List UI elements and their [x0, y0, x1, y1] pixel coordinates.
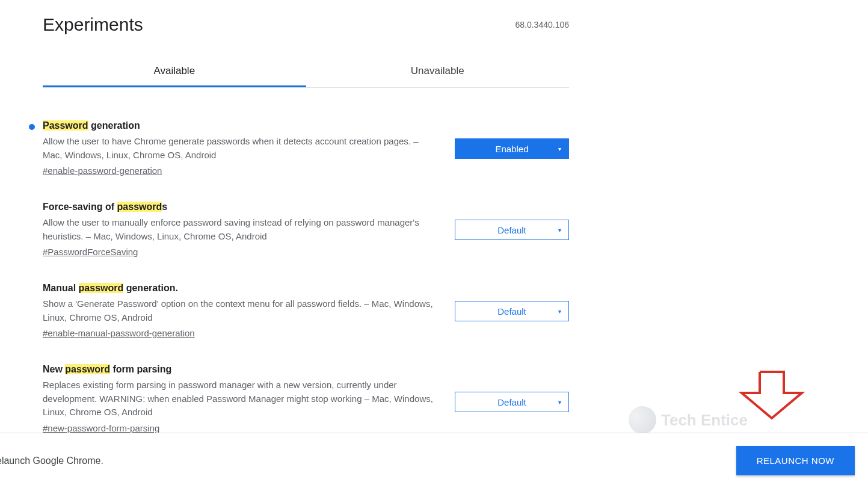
modified-indicator-icon: [29, 124, 35, 130]
flag-state-select[interactable]: Default ▾: [455, 392, 569, 412]
search-highlight: Password: [43, 120, 88, 131]
flag-title-post: generation: [88, 120, 140, 131]
page-title: Experiments: [43, 14, 143, 35]
flag-info: Password generation Allow the user to ha…: [31, 120, 455, 176]
tab-available[interactable]: Available: [43, 58, 306, 87]
relaunch-now-button[interactable]: RELAUNCH NOW: [736, 446, 855, 475]
flag-select-wrap: Default ▾: [455, 202, 569, 240]
flag-force-saving-passwords: Force-saving of passwords Allow the user…: [31, 191, 569, 272]
flag-description: Replaces existing form parsing in passwo…: [43, 378, 440, 419]
tab-bar: Available Unavailable: [43, 58, 569, 88]
flag-description: Allow the user to manually enforce passw…: [43, 216, 440, 243]
chevron-down-icon: ▾: [558, 308, 561, 315]
chevron-down-icon: ▾: [558, 227, 561, 233]
chrome-version: 68.0.3440.106: [515, 20, 569, 29]
flag-title: Force-saving of passwords: [43, 202, 440, 212]
flag-title-pre: New: [43, 364, 65, 374]
flag-description: Allow the user to have Chrome generate p…: [43, 135, 440, 162]
search-highlight: password: [117, 202, 162, 212]
chevron-down-icon: ▾: [558, 399, 561, 406]
header-row: Experiments 68.0.3440.106: [43, 0, 569, 41]
flag-info: New password form parsing Replaces exist…: [31, 364, 455, 434]
watermark-logo-text: Tech Entice: [661, 411, 748, 430]
globe-icon: [626, 403, 659, 437]
flag-title: Manual password generation.: [43, 283, 440, 294]
flag-state-value: Default: [497, 306, 526, 317]
flag-manual-password-generation: Manual password generation. Show a 'Gene…: [31, 272, 569, 353]
relaunch-bar: elaunch Google Chrome. RELAUNCH NOW: [0, 433, 868, 488]
flag-title-post: generation.: [123, 283, 178, 293]
flag-title-pre: Force-saving of: [43, 202, 117, 212]
flag-state-value: Enabled: [495, 144, 528, 154]
flag-state-select[interactable]: Default ▾: [455, 220, 569, 240]
flag-state-select[interactable]: Enabled ▾: [455, 138, 569, 159]
flag-select-wrap: Default ▾: [455, 364, 569, 412]
search-highlight: password: [65, 364, 110, 374]
flag-title-post: s: [162, 202, 167, 212]
flag-password-generation: Password generation Allow the user to ha…: [31, 110, 569, 191]
flag-anchor-link[interactable]: #new-password-form-parsing: [43, 423, 159, 433]
flags-list: Password generation Allow the user to ha…: [31, 110, 569, 448]
flag-title-post: form parsing: [110, 364, 171, 374]
flag-state-value: Default: [497, 225, 526, 235]
flag-select-wrap: Enabled ▾: [455, 120, 569, 159]
flag-state-value: Default: [497, 397, 526, 407]
tab-unavailable[interactable]: Unavailable: [306, 58, 570, 87]
flag-info: Manual password generation. Show a 'Gene…: [31, 283, 455, 339]
flag-description: Show a 'Generate Password' option on the…: [43, 297, 440, 324]
flag-title-pre: Manual: [43, 283, 79, 293]
chevron-down-icon: ▾: [558, 146, 561, 152]
experiments-page: Experiments 68.0.3440.106 Available Unav…: [0, 0, 569, 448]
flag-title: Password generation: [43, 120, 440, 131]
flag-state-select[interactable]: Default ▾: [455, 301, 569, 321]
flag-anchor-link[interactable]: #enable-manual-password-generation: [43, 328, 195, 338]
flag-select-wrap: Default ▾: [455, 283, 569, 321]
flag-anchor-link[interactable]: #enable-password-generation: [43, 165, 162, 176]
relaunch-message: elaunch Google Chrome.: [0, 456, 103, 466]
flag-title: New password form parsing: [43, 364, 440, 375]
flag-anchor-link[interactable]: #PasswordForceSaving: [43, 247, 138, 257]
flag-info: Force-saving of passwords Allow the user…: [31, 202, 455, 258]
watermark-logo: Tech Entice: [629, 406, 748, 434]
search-highlight: password: [79, 283, 124, 293]
arrow-down-icon: [730, 369, 814, 423]
